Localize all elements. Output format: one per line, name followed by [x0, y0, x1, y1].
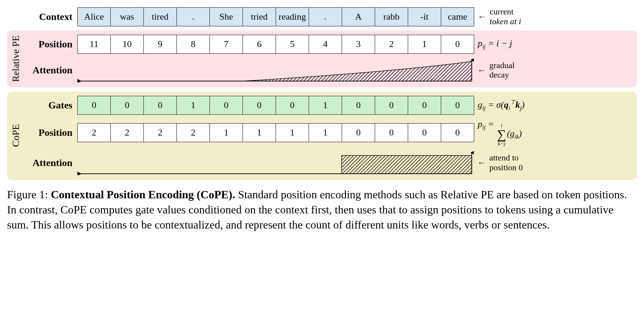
- relpe-pos-cells-cell: 9: [143, 35, 177, 54]
- cope-gate-cells-cell: 0: [143, 96, 177, 115]
- cope-gate-cells-cell: 0: [375, 96, 408, 115]
- relpe-pos-cells-cell: 1: [408, 35, 441, 54]
- context-cells-cell: came: [441, 7, 474, 26]
- relpe-pos-cells-cell: 5: [276, 35, 309, 54]
- cope-gate-cells: 000100010000: [77, 96, 474, 115]
- relpe-attention-label: Attention: [25, 65, 77, 76]
- relpe-pos-cells-cell: 3: [342, 35, 375, 54]
- arrow-left-icon: ←: [477, 158, 486, 167]
- arrow-left-icon: ←: [477, 66, 486, 75]
- cope-gate-cells-cell: 1: [309, 96, 342, 115]
- context-cells-cell: was: [110, 7, 144, 26]
- relative-pe-panel: Relative PE Position 11109876543210 pij …: [7, 31, 637, 87]
- cope-side-label: CoPE: [10, 124, 21, 147]
- context-row: Context Alicewastired.Shetriedreading.Ar…: [7, 7, 637, 26]
- arrow-left-icon: ←: [478, 12, 486, 21]
- relpe-attention-annot: ← gradual decay: [474, 61, 515, 80]
- relpe-attention-chart: [77, 58, 474, 82]
- relpe-pos-cells-cell: 10: [110, 35, 144, 54]
- cope-pos-cells-cell: 1: [243, 123, 276, 142]
- context-cells-cell: -it: [408, 7, 441, 26]
- cope-pos-cells-cell: 1: [210, 123, 243, 142]
- relpe-pos-cells-cell: 0: [441, 35, 474, 54]
- cope-pos-cells-cell: 2: [110, 123, 144, 142]
- context-cells-cell: She: [210, 7, 243, 26]
- context-cells-cell: rabb: [375, 7, 408, 26]
- cope-gate-cells-cell: 1: [176, 96, 210, 115]
- cope-gates-label: Gates: [25, 100, 77, 111]
- cope-pos-cells-cell: 0: [408, 123, 441, 142]
- context-cells: Alicewastired.Shetriedreading.Arabb-itca…: [77, 7, 474, 26]
- context-annot: ← current token at i: [474, 7, 521, 26]
- relpe-pos-cells-cell: 2: [375, 35, 408, 54]
- context-cells-cell: tired: [143, 7, 177, 26]
- cope-attention-chart: [77, 151, 474, 175]
- relpe-position-label: Position: [25, 39, 77, 50]
- relpe-pos-cells-cell: 8: [176, 35, 210, 54]
- cope-gate-cells-cell: 0: [441, 96, 474, 115]
- cope-gate-cells-cell: 0: [342, 96, 375, 115]
- relpe-pos-cells-cell: 7: [210, 35, 243, 54]
- cope-attention-label: Attention: [25, 157, 77, 168]
- relpe-pos-cells-cell: 4: [309, 35, 342, 54]
- svg-rect-2: [342, 156, 472, 174]
- context-cells-cell: reading: [276, 7, 309, 26]
- figure-caption: Figure 1: Contextual Position Encoding (…: [7, 187, 637, 233]
- cope-position-label: Position: [25, 127, 77, 138]
- cope-pos-cells-cell: 1: [309, 123, 342, 142]
- context-label: Context: [25, 11, 77, 22]
- context-cells-cell: .: [176, 7, 210, 26]
- cope-panel: CoPE Gates 000100010000 gij = σ(qi⊤kj) P…: [7, 92, 637, 180]
- cope-pos-cells-cell: 0: [342, 123, 375, 142]
- cope-gate-cells-cell: 0: [408, 96, 441, 115]
- relative-pe-side-label: Relative PE: [10, 35, 21, 82]
- relpe-pos-formula: pij = i − j: [478, 38, 512, 50]
- cope-pos-cells-cell: 2: [143, 123, 177, 142]
- relpe-pos-cells-cell: 11: [77, 35, 111, 54]
- cope-pos-formula: pij = i ∑ k=j (gik): [478, 119, 522, 146]
- cope-pos-cells-cell: 0: [375, 123, 408, 142]
- context-cells-cell: A: [342, 7, 375, 26]
- relpe-position-cells: 11109876543210: [77, 35, 474, 54]
- cope-pos-cells-cell: 0: [441, 123, 474, 142]
- cope-gate-cells-cell: 0: [276, 96, 309, 115]
- cope-attention-annot: ← attend to position 0: [474, 153, 523, 172]
- cope-pos-cells-cell: 2: [77, 123, 111, 142]
- cope-pos-cells-cell: 1: [276, 123, 309, 142]
- cope-gates-formula: gij = σ(qi⊤kj): [478, 99, 525, 112]
- cope-gate-cells-cell: 0: [110, 96, 144, 115]
- cope-gate-cells-cell: 0: [210, 96, 243, 115]
- context-cells-cell: tried: [243, 7, 276, 26]
- cope-pos-cells-cell: 2: [176, 123, 210, 142]
- context-cells-cell: Alice: [77, 7, 111, 26]
- cope-gate-cells-cell: 0: [243, 96, 276, 115]
- cope-position-cells: 222211110000: [77, 123, 474, 142]
- context-cells-cell: .: [309, 7, 342, 26]
- relpe-pos-cells-cell: 6: [243, 35, 276, 54]
- cope-gate-cells-cell: 0: [77, 96, 111, 115]
- diagram-root: Context Alicewastired.Shetriedreading.Ar…: [7, 7, 637, 180]
